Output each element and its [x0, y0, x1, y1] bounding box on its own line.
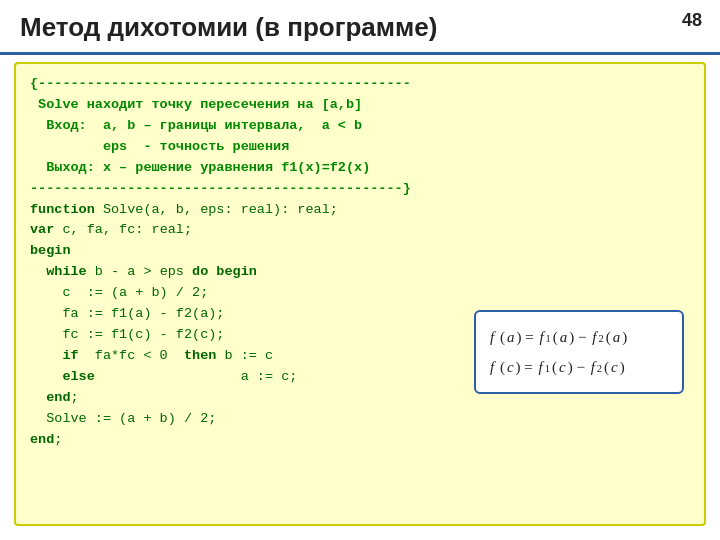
- code-line-2: var c, fa, fc: real;: [30, 220, 690, 241]
- comment-line-6: ----------------------------------------…: [30, 179, 690, 200]
- code-block: {---------------------------------------…: [14, 62, 706, 526]
- code-line-12: end;: [30, 430, 690, 451]
- code-line-1: function Solve(a, b, eps: real): real;: [30, 200, 690, 221]
- comment-line-2: Solve находит точку пересечения на [a,b]: [30, 95, 690, 116]
- code-line-4: while b - a > eps do begin: [30, 262, 690, 283]
- comment-line-5: Выход: x – решение уравнения f1(x)=f2(x): [30, 158, 690, 179]
- title-underline: [0, 52, 720, 55]
- comment-line-1: {---------------------------------------…: [30, 74, 690, 95]
- page-title: Метод дихотомии (в программе): [20, 12, 437, 43]
- comment-line-3: Вход: a, b – границы интервала, a < b: [30, 116, 690, 137]
- math-formula-1: f (a) = f1(a) − f2(a): [490, 322, 668, 352]
- page-number: 48: [682, 10, 702, 31]
- code-line-3: begin: [30, 241, 690, 262]
- math-formula-box: f (a) = f1(a) − f2(a) f (c) = f1(c) − f2…: [474, 310, 684, 394]
- code-line-11: Solve := (a + b) / 2;: [30, 409, 690, 430]
- math-formula-2: f (c) = f1(c) − f2(c): [490, 352, 668, 382]
- code-line-5: c := (a + b) / 2;: [30, 283, 690, 304]
- comment-line-4: eps - точность решения: [30, 137, 690, 158]
